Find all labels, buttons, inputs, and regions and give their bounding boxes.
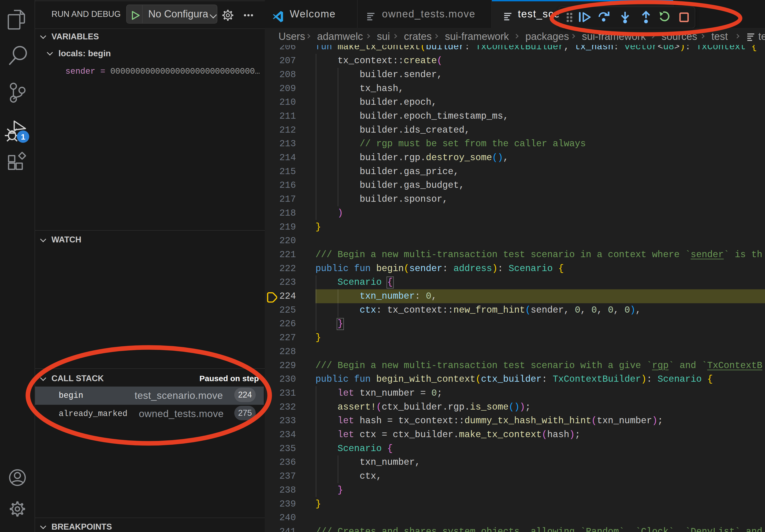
svg-text:1: 1 xyxy=(21,132,25,141)
